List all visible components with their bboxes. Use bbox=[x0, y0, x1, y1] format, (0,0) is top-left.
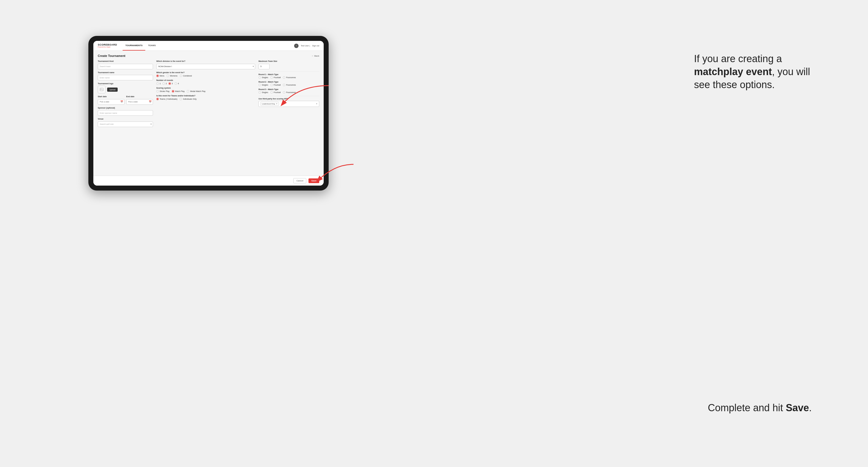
form-footer: Cancel Save bbox=[93, 176, 324, 186]
page-header: Create Tournament ← Back bbox=[98, 54, 319, 57]
round-4-label: 4 bbox=[178, 83, 179, 85]
gender-label: Which gender is the event for? bbox=[156, 71, 255, 73]
nav-teams[interactable]: TEAMS bbox=[145, 41, 158, 51]
arrow-bottom-annotation bbox=[301, 160, 356, 185]
avatar: T bbox=[294, 44, 299, 48]
logo-upload-area: Upload bbox=[98, 86, 153, 93]
division-label: Which division is the event for? bbox=[156, 60, 255, 62]
radio-round2-indicator bbox=[162, 82, 165, 85]
logo-text: SCOREBOARD bbox=[98, 44, 117, 46]
gender-womens-label: Womens bbox=[170, 75, 178, 77]
division-select[interactable]: NCAA Division I bbox=[156, 64, 255, 69]
venue-input[interactable] bbox=[98, 122, 153, 127]
user-label: Test User | bbox=[301, 45, 310, 47]
calendar-icon-2: 📅 bbox=[149, 100, 152, 103]
scoring-medal-label: Medal Match Play bbox=[190, 90, 206, 92]
teams-individuals[interactable]: Individuals Only bbox=[180, 98, 196, 100]
teams-group: Is this event for Teams and/or Individua… bbox=[156, 95, 255, 100]
tournament-host-label: Tournament Host bbox=[98, 60, 153, 62]
tournament-name-input[interactable] bbox=[98, 75, 153, 81]
start-date-wrap: 📅 bbox=[98, 99, 125, 105]
end-date-label: End date bbox=[126, 96, 153, 97]
nav-right: T Test User | Sign out bbox=[294, 44, 319, 48]
scoring-group: Scoring system Stroke Play Match Play bbox=[156, 87, 255, 93]
end-date-wrap: 📅 bbox=[126, 99, 153, 105]
division-group: Which division is the event for? NCAA Di… bbox=[156, 60, 255, 69]
annotation-right-text1: If you are creating a bbox=[694, 53, 782, 64]
round-3-label: 3 bbox=[172, 83, 173, 85]
upload-button[interactable]: Upload bbox=[107, 88, 118, 92]
gender-womens[interactable]: Womens bbox=[166, 74, 178, 77]
gender-radio-group: Mens Womens Combined bbox=[156, 74, 255, 77]
radio-teams-indicator bbox=[156, 98, 159, 100]
round-2-label: 2 bbox=[166, 83, 167, 85]
rounds-group: Number of rounds 1 2 bbox=[156, 79, 255, 85]
teams-radio-group: Teams (+Individuals) Individuals Only bbox=[156, 98, 255, 100]
annotation-right: If you are creating a matchplay event, y… bbox=[694, 53, 818, 91]
annotation-bottom-text1: Complete and hit bbox=[708, 402, 786, 413]
tournament-name-label: Tournament name bbox=[98, 71, 153, 73]
rounds-label: Number of rounds bbox=[156, 79, 255, 81]
teams-individuals-label: Individuals Only bbox=[183, 98, 196, 100]
annotation-bottom-bold: Save bbox=[786, 402, 809, 413]
calendar-icon: 📅 bbox=[120, 100, 123, 103]
logo-area: SCOREBOARD Powered by clippit bbox=[98, 44, 117, 48]
page-title: Create Tournament bbox=[98, 54, 125, 57]
sponsor-input[interactable] bbox=[98, 110, 153, 116]
max-team-label: Maximum Team Size bbox=[258, 60, 319, 62]
gender-group: Which gender is the event for? Mens Wome… bbox=[156, 71, 255, 77]
teams-teams[interactable]: Teams (+Individuals) bbox=[156, 98, 177, 100]
form-col-mid: Which division is the event for? NCAA Di… bbox=[156, 60, 255, 129]
tournament-host-input[interactable] bbox=[98, 64, 153, 69]
radio-r1-singles bbox=[258, 76, 261, 79]
logo-placeholder bbox=[98, 86, 105, 93]
radio-r2-singles bbox=[258, 84, 261, 86]
radio-combined-indicator bbox=[180, 74, 182, 77]
back-button[interactable]: ← Back bbox=[312, 55, 319, 57]
annotation-right-bold: matchplay event bbox=[694, 66, 772, 77]
arrow-right-annotation bbox=[265, 77, 332, 111]
start-date-group: Start date 📅 bbox=[98, 96, 125, 105]
venue-select-wrap: ▾ bbox=[98, 121, 153, 127]
round-1[interactable]: 1 bbox=[156, 82, 161, 85]
tournament-name-group: Tournament name bbox=[98, 71, 153, 81]
logo-sub: Powered by clippit bbox=[98, 46, 117, 48]
gender-combined[interactable]: Combined bbox=[180, 74, 192, 77]
tournament-logo-label: Tournament logo bbox=[98, 83, 153, 85]
image-icon bbox=[100, 88, 103, 91]
gender-mens[interactable]: Mens bbox=[156, 74, 164, 77]
radio-medal-indicator bbox=[187, 90, 189, 93]
radio-round1-indicator bbox=[156, 82, 159, 85]
scoring-match-label: Match Play bbox=[175, 90, 185, 92]
max-team-group: Maximum Team Size bbox=[258, 60, 319, 69]
sign-out-link[interactable]: Sign out bbox=[312, 45, 319, 47]
nav-tournaments[interactable]: TOURNAMENTS bbox=[123, 41, 145, 51]
round-4[interactable]: 4 bbox=[175, 82, 179, 85]
svg-rect-0 bbox=[100, 88, 103, 91]
scoring-medal[interactable]: Medal Match Play bbox=[187, 90, 206, 93]
tournament-host-group: Tournament Host bbox=[98, 60, 153, 69]
main-content: Create Tournament ← Back Tournament Host… bbox=[93, 51, 324, 176]
round-2[interactable]: 2 bbox=[162, 82, 167, 85]
scoring-stroke-label: Stroke Play bbox=[160, 90, 169, 92]
tournament-logo-group: Tournament logo Upload bbox=[98, 83, 153, 93]
division-select-wrap: NCAA Division I ▾ bbox=[156, 63, 255, 69]
scoring-match[interactable]: Match Play bbox=[172, 90, 185, 93]
navbar: SCOREBOARD Powered by clippit TOURNAMENT… bbox=[93, 41, 324, 51]
round-3[interactable]: 3 bbox=[168, 82, 173, 85]
teams-teams-label: Teams (+Individuals) bbox=[160, 98, 177, 100]
form-col-left: Tournament Host Tournament name Tourname… bbox=[98, 60, 153, 129]
radio-womens-indicator bbox=[166, 74, 169, 77]
tablet-frame: SCOREBOARD Powered by clippit TOURNAMENT… bbox=[88, 36, 329, 191]
radio-r3-singles bbox=[258, 91, 261, 94]
radio-individuals-indicator bbox=[180, 98, 182, 100]
round-1-label: 1 bbox=[160, 83, 161, 85]
end-date-group: End date 📅 bbox=[126, 96, 153, 105]
scoring-stroke[interactable]: Stroke Play bbox=[156, 90, 169, 93]
nav-items: TOURNAMENTS TEAMS bbox=[123, 41, 158, 51]
annotation-bottom: Complete and hit Save. bbox=[708, 402, 813, 414]
gender-combined-label: Combined bbox=[183, 75, 192, 77]
max-team-input[interactable] bbox=[258, 64, 270, 69]
scoring-radio-group: Stroke Play Match Play Medal Match Play bbox=[156, 90, 255, 93]
venue-group: Venue ▾ bbox=[98, 118, 153, 127]
